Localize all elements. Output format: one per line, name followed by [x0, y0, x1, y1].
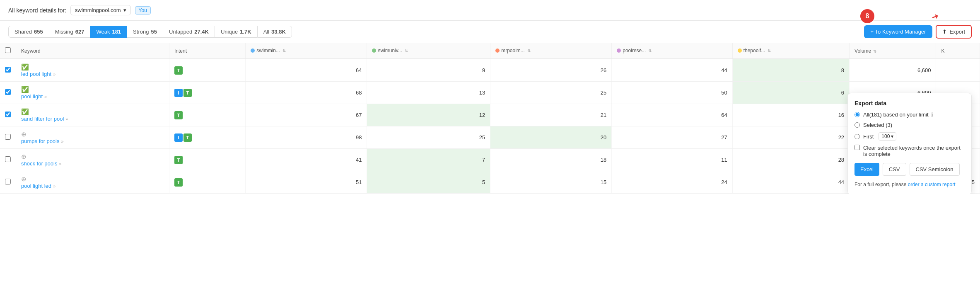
row-1-checkbox[interactable]	[5, 89, 11, 95]
row-3-intent-cell: IT	[169, 126, 245, 149]
tab-unique-label: Unique	[221, 29, 238, 35]
row-2-swimuniv-cell: 12	[367, 104, 490, 126]
select-all-checkbox[interactable]	[5, 47, 11, 53]
keyword-link[interactable]: led pool light »	[21, 71, 164, 77]
row-5-mrpoolm-cell: 15	[490, 171, 612, 194]
row-5-thepoolf-cell: 44	[732, 171, 849, 194]
row-4-checkbox[interactable]	[5, 156, 11, 162]
keyword-link[interactable]: pool light »	[21, 93, 164, 99]
poolrese-sort-icon[interactable]: ⇅	[648, 49, 652, 53]
row-5-swimuniv-cell: 5	[367, 171, 490, 194]
tab-untapped[interactable]: Untapped 27.4K	[163, 26, 215, 38]
export-option-all: All(181) based on your limit ℹ	[854, 112, 965, 118]
row-0-poolrese-cell: 44	[612, 59, 732, 82]
tab-shared-label: Shared	[14, 29, 32, 35]
intent-badge-t: T	[174, 111, 183, 119]
tab-weak[interactable]: Weak 181	[90, 26, 127, 38]
row-5-poolrese-cell: 24	[612, 171, 732, 194]
thepoolf-dot	[738, 49, 742, 53]
chevron-right-icon: »	[44, 94, 47, 99]
col-k: K	[936, 43, 980, 59]
export-panel: Export data All(181) based on your limit…	[847, 93, 972, 194]
tab-shared-count: 655	[34, 29, 43, 35]
row-1-mrpoolm-cell: 25	[490, 82, 612, 104]
row-4-check-cell	[0, 149, 16, 171]
domain-selector[interactable]: swimmingpool.com ▾	[70, 5, 131, 15]
custom-report-link[interactable]: order a custom report	[908, 182, 956, 187]
header-prefix: All keyword details for:	[8, 7, 66, 14]
tab-unique[interactable]: Unique 1.7K	[215, 26, 257, 38]
row-3-keyword-cell: ⊕pumps for pools »	[16, 126, 169, 149]
swimuniv-sort-icon[interactable]: ⇅	[405, 49, 408, 53]
row-0-k-cell	[936, 59, 980, 82]
row-4-thepoolf-cell: 28	[732, 149, 849, 171]
row-0-swimuniv-cell: 9	[367, 59, 490, 82]
intent-badge-i: I	[174, 133, 183, 142]
radio-first-label: First	[863, 133, 874, 140]
tab-missing-count: 627	[75, 29, 84, 35]
tab-strong[interactable]: Strong 55	[127, 26, 163, 38]
excel-button[interactable]: Excel	[854, 163, 879, 176]
col-thepoolf: thepoolf... ⇅	[732, 43, 849, 59]
keyword-manager-button[interactable]: + To Keyword Manager	[864, 25, 933, 38]
keyword-link[interactable]: sand filter for pool »	[21, 116, 164, 122]
row-2-checkbox[interactable]	[5, 112, 11, 117]
chevron-down-icon: ▾	[891, 133, 893, 139]
tab-missing[interactable]: Missing 627	[49, 26, 90, 38]
tab-shared[interactable]: Shared 655	[8, 26, 49, 38]
row-3-checkbox[interactable]	[5, 134, 11, 140]
tab-all[interactable]: All 33.8K	[257, 26, 292, 38]
row-2-intent-cell: T	[169, 104, 245, 126]
row-0-thepoolf-cell: 8	[732, 59, 849, 82]
row-2-thepoolf-cell: 16	[732, 104, 849, 126]
row-5-checkbox[interactable]	[5, 179, 11, 184]
col-poolrese-label: poolrese...	[623, 48, 646, 53]
col-thepoolf-label: thepoolf...	[743, 48, 765, 53]
radio-selected-label: Selected (3)	[863, 122, 892, 128]
first-count-select[interactable]: 100 ▾	[879, 132, 896, 141]
clear-checkbox[interactable]	[854, 145, 860, 150]
row-5-intent-cell: T	[169, 171, 245, 194]
export-button[interactable]: ⬆ Export	[936, 25, 972, 39]
volume-sort-icon[interactable]: ⇅	[873, 49, 876, 53]
table-row: ⊕pool light led »T5151524442,90045	[0, 171, 980, 194]
tab-strong-count: 55	[151, 29, 157, 35]
tab-all-count: 33.8K	[271, 29, 286, 35]
radio-selected[interactable]	[854, 122, 860, 128]
you-badge: You	[135, 6, 151, 15]
keywords-table: Keyword Intent swimmin... ⇅ swimuniv... …	[0, 43, 980, 194]
plus-icon: ⊕	[21, 131, 27, 138]
tab-missing-label: Missing	[55, 29, 73, 35]
radio-all[interactable]	[854, 112, 860, 117]
row-3-poolrese-cell: 27	[612, 126, 732, 149]
row-3-swimmin-cell: 98	[246, 126, 367, 149]
export-label: Export	[949, 29, 965, 35]
all-label-text: All(181) based on your limit	[863, 112, 929, 118]
table-row: ⊕shock for pools »T4171811283,600	[0, 149, 980, 171]
tab-unique-count: 1.7K	[240, 29, 251, 35]
csv-button[interactable]: CSV	[883, 163, 906, 176]
tab-untapped-count: 27.4K	[194, 29, 209, 35]
row-3-mrpoolm-cell: 20	[490, 126, 612, 149]
export-panel-title: Export data	[854, 100, 965, 107]
tabs-bar: Shared 655Missing 627Weak 181Strong 55Un…	[0, 21, 980, 43]
row-2-mrpoolm-cell: 21	[490, 104, 612, 126]
radio-first[interactable]	[854, 134, 860, 139]
csv-semicolon-button[interactable]: CSV Semicolon	[910, 163, 960, 176]
keyword-link[interactable]: shock for pools »	[21, 160, 164, 167]
mrpoolm-sort-icon[interactable]: ⇅	[527, 49, 531, 53]
tab-strong-label: Strong	[133, 29, 149, 35]
col-check	[0, 43, 16, 59]
row-1-swimuniv-cell: 13	[367, 82, 490, 104]
export-note: For a full export, please order a custom…	[854, 182, 965, 187]
row-3-thepoolf-cell: 22	[732, 126, 849, 149]
intent-badge-t: T	[183, 89, 192, 97]
keyword-link[interactable]: pumps for pools »	[21, 138, 164, 144]
tab-weak-count: 181	[112, 29, 121, 35]
col-volume: Volume ⇅	[850, 43, 936, 59]
keyword-link[interactable]: pool light led »	[21, 183, 164, 189]
thepoolf-sort-icon[interactable]: ⇅	[768, 49, 771, 53]
swimmin-sort-icon[interactable]: ⇅	[282, 49, 286, 53]
intent-badge-t: T	[174, 156, 183, 164]
row-0-checkbox[interactable]	[5, 67, 11, 73]
